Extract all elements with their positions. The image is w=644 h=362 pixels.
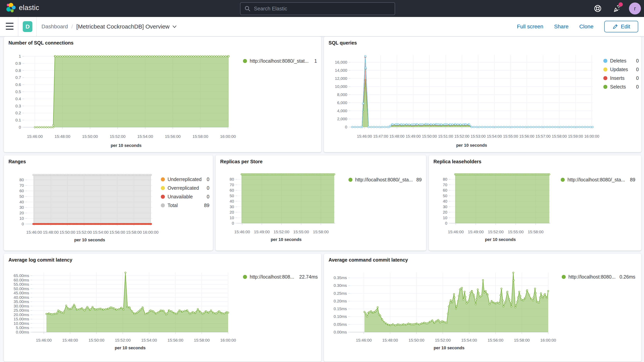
legend-item[interactable]: Inserts0	[603, 74, 639, 82]
svg-text:16:00:00: 16:00:00	[584, 134, 599, 138]
svg-text:55.00ms: 55.00ms	[14, 282, 29, 286]
news-button[interactable]	[613, 4, 621, 13]
search-input[interactable]	[254, 6, 395, 12]
legend-item[interactable]: http://localhost:808...22.74ms	[243, 272, 318, 281]
clone-button[interactable]: Clone	[580, 24, 594, 30]
legend-value: 0	[636, 75, 639, 81]
svg-text:15:46:00: 15:46:00	[357, 134, 372, 138]
svg-text:0.00ms: 0.00ms	[334, 330, 347, 334]
svg-text:0.05ms: 0.05ms	[334, 322, 347, 326]
legend-value: 0	[636, 67, 639, 72]
svg-text:0.35ms: 0.35ms	[334, 276, 347, 280]
panel-title[interactable]: Average command commit latency	[328, 257, 408, 263]
panel-title[interactable]: SQL queries	[328, 40, 357, 46]
legend-value: 0	[207, 194, 210, 200]
dashboard-title-button[interactable]: [Metricbeat CockroachDB] Overview	[76, 23, 177, 30]
series-color-dot	[603, 85, 607, 89]
panel-title[interactable]: Replica leaseholders	[434, 159, 482, 164]
chart-average-command-commit-latency[interactable]: 0.35ms0.30ms0.25ms0.20ms0.15ms0.10ms0.05…	[324, 254, 641, 362]
svg-text:15:54:00: 15:54:00	[141, 338, 157, 342]
legend-value: 0	[636, 84, 639, 90]
user-avatar[interactable]: r	[629, 2, 641, 14]
svg-text:15:54:00: 15:54:00	[487, 134, 502, 138]
panel-title[interactable]: Replicas per Store	[220, 159, 262, 164]
chart-ranges[interactable]: 8070605040302010015:46:0015:48:0015:50:0…	[4, 155, 213, 250]
svg-text:40: 40	[230, 199, 234, 203]
x-axis-title: per 10 seconds	[434, 346, 464, 350]
legend-value: 0	[207, 176, 210, 182]
svg-text:15:56:00: 15:56:00	[110, 230, 125, 234]
legend-label: Overreplicated	[168, 185, 205, 191]
legend-item[interactable]: Total89	[161, 201, 210, 210]
panel-title[interactable]: Average log commit latency	[8, 257, 72, 263]
panel-title[interactable]: Ranges	[8, 159, 26, 164]
series-color-dot	[161, 177, 165, 182]
legend-label: http://localhost:8080...	[568, 274, 618, 280]
legend-item[interactable]: http://localhost:8080/_sta...89	[561, 176, 635, 184]
legend-label: Total	[168, 202, 202, 208]
svg-text:15:50:00: 15:50:00	[82, 134, 98, 138]
svg-text:16:00:00: 16:00:00	[220, 338, 236, 342]
svg-text:70: 70	[20, 183, 24, 188]
help-button[interactable]	[594, 4, 602, 13]
svg-text:15:50:00: 15:50:00	[408, 338, 424, 342]
chart-average-log-commit-latency[interactable]: 65.00ms60.00ms55.00ms50.00ms45.00ms40.00…	[4, 254, 321, 362]
legend-item[interactable]: http://localhost:8080/_sta...89	[348, 176, 422, 184]
svg-text:15:50:00: 15:50:00	[88, 338, 104, 342]
legend-item[interactable]: Selects0	[603, 82, 639, 91]
svg-text:0.6: 0.6	[16, 82, 21, 87]
legend-item[interactable]: Underreplicated0	[161, 175, 210, 184]
full-screen-button[interactable]: Full screen	[517, 24, 543, 30]
breadcrumb-dashboard-link[interactable]: Dashboard	[42, 24, 68, 30]
svg-text:40: 40	[20, 200, 24, 204]
chart-sql-queries[interactable]: 16,00014,00012,00010,0008,0006,0004,0002…	[324, 36, 641, 152]
edit-button[interactable]: Edit	[604, 21, 638, 32]
legend-label: http://localhost:8080/_stat...	[250, 58, 312, 64]
chart-legend: http://localhost:8080/_sta...89	[348, 176, 422, 184]
legend-label: Selects	[610, 84, 634, 90]
svg-text:12,000: 12,000	[335, 76, 347, 80]
chart-replica-leaseholders[interactable]: 8070605040302010015:46:0015:49:0015:52:0…	[429, 155, 641, 250]
svg-text:15:50:00: 15:50:00	[422, 134, 437, 138]
svg-text:8,000: 8,000	[337, 92, 347, 97]
svg-text:0: 0	[19, 125, 21, 129]
panel-title[interactable]: Number of SQL connections	[8, 40, 74, 46]
svg-text:15:48:00: 15:48:00	[62, 338, 78, 342]
svg-text:20: 20	[443, 210, 447, 214]
svg-text:15:57:00: 15:57:00	[536, 134, 551, 138]
svg-text:15:48:00: 15:48:00	[390, 134, 404, 138]
legend-label: Unavailable	[168, 194, 205, 200]
chart-legend: Deletes0Updates0Inserts0Selects0	[603, 56, 639, 91]
svg-text:15:58:00: 15:58:00	[528, 230, 544, 234]
svg-text:15:48:00: 15:48:00	[43, 230, 58, 234]
chart-replicas-per-store[interactable]: 8070605040302010015:46:0015:49:0015:52:0…	[216, 155, 426, 250]
chart-legend: http://localhost:808...22.74ms	[243, 272, 318, 281]
legend-item[interactable]: http://localhost:8080...0.26ms	[562, 272, 635, 281]
dashboard-title: [Metricbeat CockroachDB] Overview	[76, 23, 170, 30]
svg-text:15:55:00: 15:55:00	[503, 134, 518, 138]
svg-text:30: 30	[443, 204, 447, 209]
legend-item[interactable]: Unavailable0	[161, 192, 210, 201]
svg-text:50: 50	[20, 194, 24, 198]
series-http-localhost-8080-sta-	[454, 174, 550, 223]
series-color-dot	[603, 59, 607, 63]
svg-text:0.10ms: 0.10ms	[334, 314, 347, 319]
legend-label: Underreplicated	[168, 176, 205, 182]
gridlines	[350, 55, 593, 127]
elastic-logo[interactable]: elastic	[6, 3, 39, 13]
share-button[interactable]: Share	[554, 24, 568, 30]
svg-text:15:50:00: 15:50:00	[60, 230, 76, 234]
legend-item[interactable]: Deletes0	[603, 56, 639, 65]
toolbar-divider	[36, 17, 37, 36]
legend-item[interactable]: Updates0	[603, 65, 639, 74]
menu-button[interactable]	[6, 23, 14, 30]
legend-item[interactable]: http://localhost:8080/_stat...1	[243, 57, 317, 65]
svg-text:15:49:00: 15:49:00	[468, 230, 484, 234]
panel-number-of-sql-connections: Number of SQL connections 10.90.80.70.60…	[4, 36, 321, 152]
svg-text:0.4: 0.4	[16, 96, 21, 101]
legend-item[interactable]: Overreplicated0	[161, 184, 210, 192]
svg-text:15:52:00: 15:52:00	[454, 134, 470, 138]
chart-number-of-sql-connections[interactable]: 10.90.80.70.60.50.40.30.20.1015:46:0015:…	[4, 36, 321, 152]
chart-svg: 8070605040302010015:46:0015:49:0015:52:0…	[216, 155, 426, 250]
svg-text:6,000: 6,000	[337, 100, 347, 105]
